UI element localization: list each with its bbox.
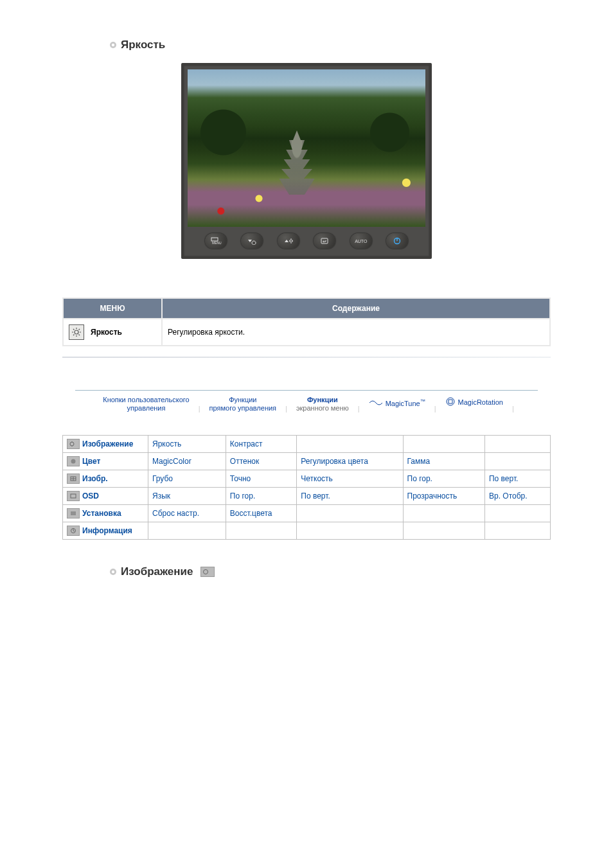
svg-line-18 — [79, 335, 80, 336]
monitor-enter-button[interactable] — [314, 233, 335, 249]
osd-grid: ИзображениеЯркостьКонтрастЦветMagicColor… — [62, 435, 551, 540]
grid-empty-cell — [484, 436, 550, 453]
auto-label: AUTO — [355, 239, 367, 244]
grid-link-cell[interactable]: По верт. — [484, 470, 550, 488]
grid-empty-cell — [226, 522, 296, 540]
tab-line1: Функции — [229, 396, 256, 404]
grid-link-cell[interactable]: Прозрачность — [403, 488, 484, 505]
section-heading-image: Изображение — [109, 565, 613, 578]
tab-magictune[interactable]: MagicTune™ — [365, 393, 429, 412]
svg-text:MENU: MENU — [212, 241, 222, 245]
grid-category-cell[interactable]: Изобр. — [63, 470, 148, 488]
table-row: Яркость Регулировка яркости. — [63, 319, 550, 346]
grid-category-icon — [67, 456, 80, 466]
grid-category-label: Установка — [82, 509, 121, 518]
grid-category-icon — [67, 491, 80, 501]
grid-category-icon — [67, 474, 80, 484]
svg-point-1 — [112, 44, 114, 46]
grid-category-icon — [67, 526, 80, 536]
grid-link-cell[interactable]: Гамма — [403, 453, 484, 470]
table-row: Информация — [63, 522, 551, 540]
bullet-icon — [109, 568, 117, 576]
section-divider — [62, 357, 551, 358]
grid-category-cell[interactable]: Установка — [63, 505, 148, 522]
brightness-icon — [69, 324, 84, 340]
image-category-icon — [200, 567, 215, 577]
grid-link-cell[interactable]: Контраст — [226, 436, 296, 453]
tab-line1: Функции — [307, 396, 338, 404]
monitor-menu-button[interactable]: MENU — [205, 233, 227, 249]
bullet-icon — [109, 41, 117, 49]
grid-link-cell[interactable]: Язык — [148, 488, 226, 505]
grid-empty-cell — [297, 505, 403, 522]
magicrotation-icon — [445, 396, 456, 409]
table-row: ИзображениеЯркостьКонтраст — [63, 436, 551, 453]
tm-mark: ™ — [420, 398, 425, 404]
grid-link-cell[interactable]: Регулировка цвета — [297, 453, 403, 470]
monitor-down-button[interactable] — [241, 233, 263, 249]
grid-link-cell[interactable]: Сброс настр. — [148, 505, 226, 522]
magictune-icon — [369, 398, 383, 407]
grid-empty-cell — [403, 505, 484, 522]
table-row: ЦветMagicColorОттенокРегулировка цветаГа… — [63, 453, 551, 470]
grid-link-cell[interactable]: Оттенок — [226, 453, 296, 470]
menu-table: МЕНЮ Содержание Яркость Регулировка ярко… — [62, 297, 551, 346]
tab-line2: прямого управления — [209, 404, 277, 412]
grid-category-label: Изображение — [82, 439, 133, 448]
grid-category-icon — [67, 439, 80, 449]
grid-link-cell[interactable]: Грубо — [148, 470, 226, 488]
grid-link-cell[interactable]: MagicColor — [148, 453, 226, 470]
table-row: УстановкаСброс настр.Восст.цвета — [63, 505, 551, 522]
tab-magicrotation[interactable]: MagicRotation — [441, 393, 507, 412]
tab-line2: экранного меню — [296, 404, 349, 412]
grid-link-cell[interactable]: Вр. Отобр. — [484, 488, 550, 505]
grid-link-cell[interactable]: По гор. — [403, 470, 484, 488]
grid-empty-cell — [148, 522, 226, 540]
tab-line2: управления — [127, 404, 165, 412]
grid-link-cell[interactable]: Яркость — [148, 436, 226, 453]
grid-link-cell[interactable]: Восст.цвета — [226, 505, 296, 522]
grid-empty-cell — [484, 522, 550, 540]
grid-empty-cell — [484, 453, 550, 470]
section-heading-brightness: Яркость — [109, 39, 613, 51]
monitor-up-brightness-button[interactable] — [278, 233, 299, 249]
grid-empty-cell — [484, 505, 550, 522]
monitor-figure: MENU AUTO — [0, 63, 613, 259]
tab-osd-functions[interactable]: Функции экранного меню — [292, 393, 353, 412]
svg-rect-9 — [321, 238, 328, 244]
monitor-power-button[interactable] — [386, 233, 408, 249]
svg-rect-22 — [449, 400, 452, 403]
svg-line-20 — [79, 329, 80, 330]
tab-direct-control-functions[interactable]: Функции прямого управления — [206, 393, 281, 412]
grid-empty-cell — [403, 436, 484, 453]
grid-category-cell[interactable]: Изображение — [63, 436, 148, 453]
grid-empty-cell — [297, 436, 403, 453]
monitor-frame: MENU AUTO — [181, 63, 432, 259]
grid-category-label: Цвет — [82, 457, 100, 466]
grid-category-label: Информация — [82, 526, 132, 535]
menu-header-menu: МЕНЮ — [63, 298, 162, 319]
grid-category-icon — [67, 508, 80, 518]
menu-item-label: Яркость — [91, 328, 122, 337]
grid-category-cell[interactable]: Информация — [63, 522, 148, 540]
tab-label: MagicRotation — [458, 398, 503, 407]
monitor-button-strip: MENU AUTO — [188, 227, 425, 256]
svg-point-23 — [70, 442, 74, 446]
tabs-row: Кнопки пользовательского управления | Фу… — [75, 390, 538, 412]
grid-category-cell[interactable]: Цвет — [63, 453, 148, 470]
grid-empty-cell — [297, 522, 403, 540]
grid-category-cell[interactable]: OSD — [63, 488, 148, 505]
table-row: OSDЯзыкПо гор.По верт.ПрозрачностьВр. От… — [63, 488, 551, 505]
menu-header-content: Содержание — [162, 298, 550, 319]
grid-category-label: Изобр. — [82, 474, 108, 483]
grid-link-cell[interactable]: Точно — [226, 470, 296, 488]
monitor-auto-button[interactable]: AUTO — [350, 233, 372, 249]
grid-link-cell[interactable]: По верт. — [297, 488, 403, 505]
tab-line1: Кнопки пользовательского — [103, 396, 189, 404]
svg-point-26 — [71, 459, 76, 464]
grid-link-cell[interactable]: По гор. — [226, 488, 296, 505]
tab-user-control-buttons[interactable]: Кнопки пользовательского управления — [99, 393, 193, 412]
grid-link-cell[interactable]: Четкость — [297, 470, 403, 488]
svg-line-19 — [73, 335, 75, 336]
svg-point-39 — [112, 571, 114, 573]
